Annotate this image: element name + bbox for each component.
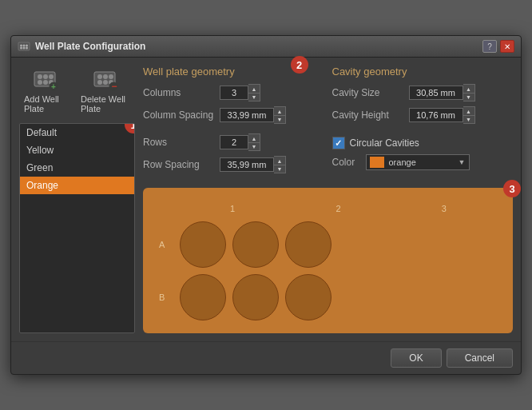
columns-down[interactable]: ▼	[248, 93, 260, 101]
bottom-bar: OK Cancel	[11, 341, 521, 374]
row-spacing-up[interactable]: ▲	[274, 157, 285, 165]
svg-point-1	[20, 45, 22, 47]
list-item-green[interactable]: Green	[20, 159, 134, 177]
svg-point-17	[97, 74, 102, 79]
cancel-button[interactable]: Cancel	[447, 348, 513, 368]
preview-circle-b3	[285, 274, 332, 320]
svg-point-4	[20, 47, 22, 50]
cavity-size-down[interactable]: ▼	[463, 93, 474, 101]
preview-circle-b1	[180, 274, 226, 320]
columns-input[interactable]	[220, 86, 248, 100]
svg-point-3	[26, 45, 28, 47]
delete-well-plate-icon: −	[93, 69, 118, 91]
cavity-size-label: Cavity Size	[332, 87, 404, 98]
cavity-geometry-title: Cavity geometry	[332, 66, 514, 78]
preview-circle-a3	[285, 221, 332, 268]
rows-label: Rows	[143, 137, 215, 148]
preview-wrapper: 3 1 2 3 A	[143, 185, 513, 333]
rows-row: Rows ▲ ▼	[143, 133, 324, 151]
columns-row: Columns ▲ ▼	[143, 84, 324, 102]
rows-down[interactable]: ▼	[248, 142, 260, 150]
main-content: + Add Well Plate	[11, 58, 521, 341]
column-spacing-label: Column Spacing	[143, 109, 215, 121]
color-label: Color	[332, 157, 361, 168]
preview-col-label-2: 2	[314, 204, 362, 213]
columns-up[interactable]: ▲	[248, 85, 260, 93]
row-spacing-label: Row Spacing	[143, 159, 215, 170]
row-spacing-down[interactable]: ▼	[274, 165, 285, 173]
svg-point-2	[23, 45, 26, 47]
color-select[interactable]: orange ▼	[366, 154, 470, 170]
cavity-size-input-wrap: ▲ ▼	[409, 84, 475, 102]
sections-row: Well plate geometry 2 Columns ▲ ▼	[143, 66, 513, 178]
svg-text:−: −	[112, 81, 117, 91]
svg-point-12	[43, 80, 48, 85]
add-well-plate-icon: +	[33, 69, 58, 91]
cavity-height-row: Cavity Height ▲ ▼	[332, 106, 514, 124]
column-spacing-input[interactable]	[220, 108, 274, 122]
rows-input[interactable]	[220, 135, 248, 149]
cavity-height-input[interactable]	[409, 108, 463, 122]
list-item-default[interactable]: Default	[20, 124, 134, 141]
cavity-size-input[interactable]	[409, 86, 463, 100]
left-panel: + Add Well Plate	[19, 66, 135, 333]
columns-spinner: ▲ ▼	[248, 84, 260, 102]
circular-cavities-checkbox[interactable]: ✓	[332, 137, 345, 149]
delete-well-plate-button[interactable]: − Delete Well Plate	[76, 66, 135, 117]
add-well-plate-button[interactable]: + Add Well Plate	[19, 66, 71, 117]
rows-up[interactable]: ▲	[248, 134, 260, 142]
column-spacing-spinner: ▲ ▼	[274, 106, 286, 124]
ok-button[interactable]: OK	[391, 348, 441, 368]
svg-point-19	[109, 74, 113, 79]
titlebar-buttons: ? ✕	[482, 40, 514, 53]
spacer2	[332, 129, 514, 137]
well-geometry-section: Well plate geometry 2 Columns ▲ ▼	[143, 66, 324, 178]
row-spacing-input[interactable]	[220, 157, 274, 172]
rows-input-wrap: ▲ ▼	[220, 133, 260, 151]
svg-point-5	[23, 47, 26, 50]
column-spacing-down[interactable]: ▼	[274, 115, 285, 123]
columns-input-wrap: ▲ ▼	[220, 84, 260, 102]
help-button[interactable]: ?	[482, 40, 497, 53]
cavity-height-up[interactable]: ▲	[463, 107, 474, 115]
delete-icon-svg: −	[93, 69, 118, 91]
window-title: Well Plate Configuration	[35, 41, 145, 52]
svg-text:+: +	[51, 82, 56, 91]
preview-circle-b2	[232, 274, 279, 320]
row-spacing-row: Row Spacing ▲ ▼	[143, 156, 324, 173]
window: Well Plate Configuration ? ✕	[10, 35, 522, 375]
color-dropdown-arrow: ▼	[459, 158, 466, 166]
svg-point-18	[103, 74, 108, 79]
close-button[interactable]: ✕	[500, 40, 514, 53]
list-item-orange[interactable]: Orange	[20, 177, 134, 194]
svg-point-9	[43, 74, 48, 79]
column-spacing-row: Column Spacing ▲ ▼	[143, 106, 324, 124]
cavity-height-down[interactable]: ▼	[463, 115, 474, 123]
badge-2: 2	[291, 56, 308, 74]
row-spacing-spinner: ▲ ▼	[274, 156, 286, 173]
preview-col-label-1: 1	[208, 204, 256, 213]
add-icon-svg: +	[33, 69, 58, 91]
window-icon	[18, 40, 30, 53]
list-item-yellow[interactable]: Yellow	[20, 141, 134, 159]
preview-row-label-a: A	[159, 240, 173, 249]
cavity-size-row: Cavity Size ▲ ▼	[332, 84, 514, 102]
row-spacing-input-wrap: ▲ ▼	[220, 156, 286, 173]
columns-label: Columns	[143, 87, 215, 98]
svg-point-8	[38, 74, 42, 79]
cavity-size-up[interactable]: ▲	[463, 85, 474, 93]
svg-point-10	[49, 74, 54, 79]
column-spacing-input-wrap: ▲ ▼	[220, 106, 286, 124]
well-plate-list: Default Yellow Green Orange 1	[19, 123, 135, 333]
svg-point-20	[97, 80, 102, 85]
column-spacing-up[interactable]: ▲	[274, 107, 285, 115]
right-panel: Well plate geometry 2 Columns ▲ ▼	[143, 66, 513, 333]
circular-cavities-row: ✓ Circular Cavities	[332, 137, 514, 149]
preview-row-a: A	[159, 221, 497, 268]
cavity-height-spinner: ▲ ▼	[463, 106, 475, 124]
cavity-height-input-wrap: ▲ ▼	[409, 106, 475, 124]
preview-col-labels: 1 2 3	[159, 204, 497, 213]
toolbar: + Add Well Plate	[19, 66, 135, 117]
titlebar-left: Well Plate Configuration	[18, 40, 145, 53]
badge-3: 3	[503, 180, 521, 197]
